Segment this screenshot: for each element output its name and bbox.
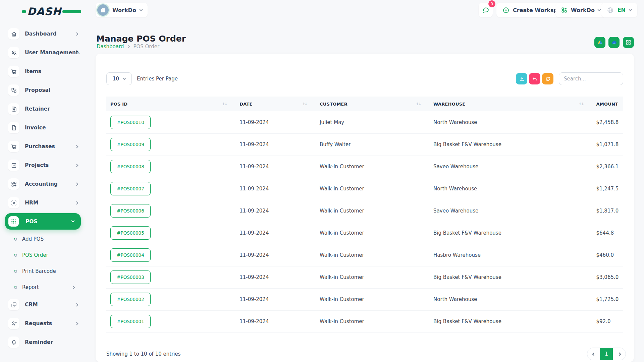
sidebar-item-purchases[interactable]: Purchases bbox=[8, 141, 87, 152]
page-title: Manage POS Order bbox=[96, 34, 186, 44]
pos-id-link[interactable]: #POS00010 bbox=[110, 116, 151, 129]
pos-id-link[interactable]: #POS00006 bbox=[110, 204, 151, 218]
undo-icon bbox=[532, 76, 538, 82]
google-drive-icon bbox=[597, 40, 603, 46]
copy-icon bbox=[8, 299, 19, 310]
table-row: #POS00002 11-09-2024 Walk-in Customer No… bbox=[106, 288, 623, 310]
sidebar-item-invoice[interactable]: Invoice bbox=[8, 122, 87, 133]
undo-button[interactable] bbox=[529, 73, 540, 84]
sidebar-item-accounting[interactable]: Accounting bbox=[8, 178, 87, 190]
pos-id-link[interactable]: #POS00001 bbox=[110, 315, 151, 328]
building-icon bbox=[100, 7, 106, 13]
cell-date: 11-09-2024 bbox=[235, 310, 316, 333]
table-row: #POS00003 11-09-2024 Walk-in Customer Bi… bbox=[106, 266, 623, 288]
chevron-down-icon bbox=[71, 219, 75, 223]
prev-page-button[interactable] bbox=[587, 348, 600, 360]
sidebar-item-pos[interactable]: POS bbox=[5, 213, 81, 230]
google-drive-button[interactable] bbox=[594, 37, 605, 48]
page-1-button[interactable]: 1 bbox=[600, 348, 613, 360]
pos-id-link[interactable]: #POS00002 bbox=[110, 293, 151, 306]
sidebar-item-requests[interactable]: Requests bbox=[8, 318, 87, 329]
column-header-date[interactable]: DATE↑↓ bbox=[235, 97, 316, 111]
column-header-pos-id[interactable]: POS ID↑↓ bbox=[106, 97, 235, 111]
entries-per-page-select[interactable]: 10 bbox=[106, 72, 132, 85]
column-header-warehouse[interactable]: WAREHOUSE↑↓ bbox=[429, 97, 592, 111]
pos-order-table: POS ID↑↓ DATE↑↓ CUSTOMER↑↓ WAREHOUSE↑↓ A… bbox=[106, 97, 623, 333]
cell-warehouse: Saveo Warehouse bbox=[429, 156, 592, 178]
sidebar-item-items[interactable]: Items bbox=[8, 66, 87, 77]
cell-warehouse: Big Basket F&V Warehouse bbox=[429, 310, 592, 333]
sidebar-item-projects[interactable]: Projects bbox=[8, 160, 87, 171]
table-row: #POS00006 11-09-2024 Walk-in Customer Sa… bbox=[106, 200, 623, 222]
table-row: #POS00007 11-09-2024 Walk-in Customer No… bbox=[106, 178, 623, 200]
brand-logo[interactable]: DASH bbox=[22, 5, 81, 17]
sidebar: Dashboard User Management Items Proposal… bbox=[0, 28, 96, 355]
users-icon bbox=[8, 47, 19, 58]
grid-plus-icon bbox=[8, 178, 19, 190]
sidebar-item-reminder[interactable]: Reminder bbox=[8, 337, 87, 348]
sidebar-item-crm[interactable]: CRM bbox=[8, 299, 87, 310]
cell-amount: $92.0 bbox=[592, 310, 623, 333]
sort-icon[interactable]: ↑↓ bbox=[302, 102, 307, 106]
messages-button[interactable]: 0 bbox=[479, 3, 493, 17]
column-header-amount[interactable]: AMOUNT bbox=[592, 97, 623, 111]
refresh-button[interactable] bbox=[542, 73, 553, 84]
table-row: #POS00001 11-09-2024 Walk-in Customer Bi… bbox=[106, 310, 623, 333]
cell-customer: Walk-in Customer bbox=[316, 288, 429, 310]
breadcrumb: Dashboard POS Order bbox=[97, 44, 159, 50]
workspace-selector[interactable]: WorkDo bbox=[96, 3, 148, 17]
next-page-button[interactable] bbox=[613, 348, 626, 360]
sidebar-item-proposal[interactable]: Proposal bbox=[8, 84, 87, 96]
cell-amount: $1,247.5 bbox=[592, 178, 623, 200]
table-row: #POS00010 11-09-2024 Juliet May North Wa… bbox=[106, 111, 623, 133]
workspace-avatar bbox=[97, 4, 109, 16]
cell-customer: Walk-in Customer bbox=[316, 156, 429, 178]
grid-view-button[interactable] bbox=[623, 37, 634, 48]
breadcrumb-dashboard-link[interactable]: Dashboard bbox=[97, 44, 124, 50]
sidebar-item-retainer[interactable]: Retainer bbox=[8, 103, 87, 115]
home-icon bbox=[8, 28, 19, 40]
sidebar-subitem-print-barcode[interactable]: Print Barcode bbox=[8, 263, 87, 279]
column-header-customer[interactable]: CUSTOMER↑↓ bbox=[316, 97, 429, 111]
onedrive-button[interactable] bbox=[608, 37, 620, 48]
download-icon bbox=[519, 76, 525, 82]
cell-date: 11-09-2024 bbox=[235, 200, 316, 222]
sidebar-subitem-add-pos[interactable]: Add POS bbox=[8, 231, 87, 247]
cell-warehouse: Big Basket F&V Warehouse bbox=[429, 222, 592, 244]
sort-icon[interactable]: ↑↓ bbox=[579, 102, 583, 106]
pos-id-link[interactable]: #POS00007 bbox=[110, 182, 151, 195]
language-selector[interactable]: EN bbox=[601, 3, 637, 17]
sidebar-item-hrm[interactable]: HRM bbox=[8, 197, 87, 208]
table-footer: Showing 1 to 10 of 10 entries 1 bbox=[106, 346, 626, 362]
pos-id-link[interactable]: #POS00004 bbox=[110, 248, 151, 262]
pos-id-link[interactable]: #POS00008 bbox=[110, 160, 151, 173]
chevron-right-icon bbox=[127, 45, 130, 48]
sidebar-subitem-pos-order[interactable]: POS Order bbox=[8, 247, 87, 263]
cell-amount: $2,458.8 bbox=[592, 111, 623, 133]
sidebar-item-user-management[interactable]: User Management bbox=[8, 47, 87, 58]
cell-date: 11-09-2024 bbox=[235, 288, 316, 310]
pagination: 1 bbox=[587, 348, 626, 360]
pos-id-link[interactable]: #POS00005 bbox=[110, 226, 151, 240]
cell-customer: Walk-in Customer bbox=[316, 244, 429, 266]
sort-icon[interactable]: ↑↓ bbox=[416, 102, 421, 106]
pos-id-link[interactable]: #POS00009 bbox=[110, 138, 151, 151]
workdo-menu[interactable]: WorkDo bbox=[555, 3, 606, 17]
grid-dots-icon bbox=[8, 216, 19, 227]
swap-squares-icon bbox=[8, 84, 19, 96]
cell-date: 11-09-2024 bbox=[235, 222, 316, 244]
search-input[interactable] bbox=[559, 72, 623, 85]
cell-amount: $1,817.0 bbox=[592, 200, 623, 222]
cell-customer: Juliet May bbox=[316, 111, 429, 133]
entries-label: Entries Per Page bbox=[137, 76, 178, 82]
chevron-right-icon bbox=[75, 145, 78, 148]
cell-customer: Walk-in Customer bbox=[316, 310, 429, 333]
chevron-right-icon bbox=[618, 352, 621, 356]
grid-plus-icon bbox=[561, 7, 568, 13]
pos-id-link[interactable]: #POS00003 bbox=[110, 270, 151, 284]
sidebar-subitem-report[interactable]: Report bbox=[8, 279, 87, 295]
sidebar-item-dashboard[interactable]: Dashboard bbox=[8, 28, 87, 40]
sort-icon[interactable]: ↑↓ bbox=[222, 102, 227, 106]
cell-warehouse: North Warehouse bbox=[429, 288, 592, 310]
export-button[interactable] bbox=[516, 73, 527, 84]
